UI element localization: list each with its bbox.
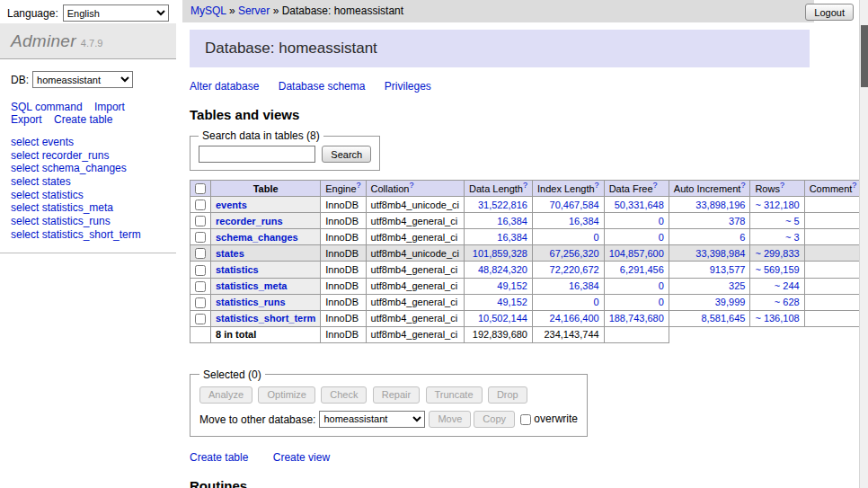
table-name-link[interactable]: statistics_meta [216, 280, 288, 291]
vertical-scrollbar[interactable] [859, 0, 868, 488]
row-select-checkbox[interactable] [195, 297, 206, 308]
auto-increment-link[interactable]: 33,898,196 [695, 200, 745, 210]
move-db-select[interactable]: homeassistant [319, 411, 425, 428]
data-free-link[interactable]: 0 [659, 297, 664, 307]
sidebar-item-select-statistics[interactable]: select statistics [11, 189, 165, 202]
data-free-link[interactable]: 0 [659, 232, 664, 243]
help-icon[interactable]: ? [780, 181, 784, 190]
create-table-link[interactable]: Create table [190, 451, 248, 464]
check-button[interactable]: Check [321, 386, 367, 404]
optimize-button[interactable]: Optimize [258, 386, 314, 404]
index-length-link[interactable]: 0 [594, 232, 599, 243]
index-length-link[interactable]: 70,467,584 [550, 200, 599, 210]
auto-increment-link[interactable]: 33,398,984 [695, 248, 745, 259]
row-select-checkbox[interactable] [195, 314, 206, 324]
table-name-link[interactable]: recorder_runs [216, 216, 283, 226]
table-name-link[interactable]: events [216, 200, 247, 210]
sidebar-item-select-events[interactable]: select events [11, 136, 165, 149]
data-length-link[interactable]: 49,152 [497, 280, 527, 291]
auto-increment-link[interactable]: 8,581,645 [701, 313, 745, 324]
breadcrumb-mysql-link[interactable]: MySQL [190, 4, 226, 17]
auto-increment-link[interactable]: 325 [729, 280, 745, 291]
data-free-link[interactable]: 104,857,600 [609, 248, 664, 259]
overwrite-checkbox[interactable] [520, 414, 531, 425]
help-icon[interactable]: ? [357, 181, 361, 190]
breadcrumb-server-link[interactable]: Server [238, 4, 270, 17]
data-free-link[interactable]: 50,331,648 [615, 200, 664, 210]
create-view-link[interactable]: Create view [273, 451, 330, 464]
sidebar-item-select-statistics-short-term[interactable]: select statistics_short_term [11, 228, 165, 242]
sidebar-item-select-schema-changes[interactable]: select schema_changes [11, 162, 165, 175]
rows-count-link[interactable]: ~ 136,108 [755, 313, 799, 324]
index-length-link[interactable]: 24,166,400 [550, 313, 599, 324]
drop-button[interactable]: Drop [488, 386, 527, 404]
rows-count-link[interactable]: ~ 5 [785, 216, 800, 226]
data-length-link[interactable]: 101,859,328 [473, 248, 527, 259]
sidebar-export-link[interactable]: Export [11, 113, 42, 126]
sidebar-import-link[interactable]: Import [94, 101, 125, 113]
select-all-checkbox[interactable] [195, 183, 206, 194]
data-length-link[interactable]: 49,152 [497, 297, 527, 307]
data-length-link[interactable]: 31,522,816 [478, 200, 527, 210]
index-length-link[interactable]: 72,220,672 [550, 264, 599, 275]
help-icon[interactable]: ? [740, 181, 745, 190]
help-icon[interactable]: ? [523, 181, 527, 190]
table-name-link[interactable]: statistics_runs [216, 297, 286, 307]
data-length-link[interactable]: 10,502,144 [478, 313, 527, 324]
index-length-link[interactable]: 16,384 [569, 280, 599, 291]
rows-count-link[interactable]: ~ 3 [785, 232, 800, 243]
index-length-link[interactable]: 67,256,320 [550, 248, 599, 259]
rows-count-link[interactable]: ~ 312,180 [755, 200, 799, 210]
index-length-link[interactable]: 0 [594, 297, 599, 307]
data-length-link[interactable]: 48,824,320 [478, 264, 527, 275]
row-select-checkbox[interactable] [195, 232, 206, 243]
rows-count-link[interactable]: ~ 244 [775, 280, 800, 291]
data-free-link[interactable]: 0 [659, 280, 664, 291]
row-select-checkbox[interactable] [195, 281, 206, 292]
auto-increment-link[interactable]: 913,577 [710, 264, 746, 275]
data-free-link[interactable]: 188,743,680 [609, 313, 664, 324]
language-select[interactable]: English [63, 4, 169, 22]
table-name-link[interactable]: statistics_short_term [216, 313, 315, 324]
rows-count-link[interactable]: ~ 299,833 [755, 248, 799, 259]
scrollbar-thumb[interactable] [861, 25, 868, 87]
help-icon[interactable]: ? [409, 181, 413, 190]
auto-increment-link[interactable]: 6 [740, 232, 745, 243]
logout-button[interactable]: Logout [805, 4, 854, 21]
search-button[interactable]: Search [322, 146, 371, 163]
sidebar-sql-command-link[interactable]: SQL command [11, 101, 83, 113]
table-name-link[interactable]: statistics [216, 264, 259, 275]
help-icon[interactable]: ? [595, 181, 599, 190]
help-icon[interactable]: ? [852, 181, 856, 190]
row-select-checkbox[interactable] [195, 248, 206, 259]
table-name-link[interactable]: schema_changes [216, 232, 298, 243]
data-length-link[interactable]: 16,384 [497, 232, 527, 243]
sidebar-item-select-statistics-meta[interactable]: select statistics_meta [11, 201, 165, 215]
search-input[interactable] [199, 146, 315, 163]
privileges-link[interactable]: Privileges [385, 80, 431, 93]
sidebar-item-select-statistics-runs[interactable]: select statistics_runs [11, 215, 165, 228]
data-length-link[interactable]: 16,384 [497, 216, 527, 226]
repair-button[interactable]: Repair [373, 386, 420, 404]
alter-database-link[interactable]: Alter database [190, 80, 259, 93]
copy-button[interactable]: Copy [474, 411, 515, 428]
sidebar-create-table-link[interactable]: Create table [54, 113, 112, 126]
truncate-button[interactable]: Truncate [426, 386, 483, 404]
table-name-link[interactable]: states [216, 248, 244, 259]
sidebar-item-select-recorder-runs[interactable]: select recorder_runs [11, 149, 165, 163]
auto-increment-link[interactable]: 39,999 [715, 297, 746, 307]
rows-count-link[interactable]: ~ 628 [775, 297, 800, 307]
move-button[interactable]: Move [429, 411, 471, 428]
row-select-checkbox[interactable] [195, 265, 206, 276]
data-free-link[interactable]: 0 [659, 216, 664, 226]
db-select[interactable]: homeassistant [32, 71, 133, 88]
row-select-checkbox[interactable] [195, 200, 206, 210]
auto-increment-link[interactable]: 378 [729, 216, 745, 226]
help-icon[interactable]: ? [653, 181, 658, 190]
rows-count-link[interactable]: ~ 569,159 [755, 264, 799, 275]
database-schema-link[interactable]: Database schema [279, 80, 366, 93]
sidebar-item-select-states[interactable]: select states [11, 175, 165, 189]
data-free-link[interactable]: 6,291,456 [620, 264, 664, 275]
index-length-link[interactable]: 16,384 [569, 216, 599, 226]
analyze-button[interactable]: Analyze [199, 386, 252, 404]
